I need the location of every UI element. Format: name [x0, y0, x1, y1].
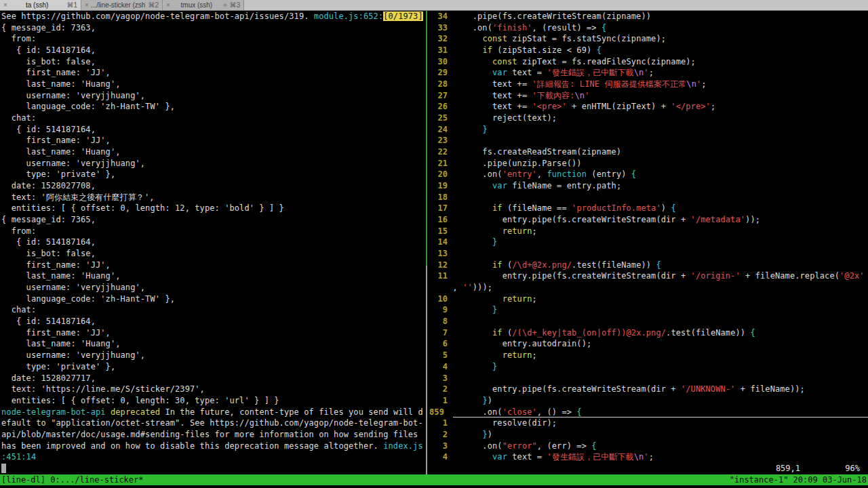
vim-editor-pane[interactable]: 859,1 96% 34 .pipe(fs.createWriteStream(… [428, 11, 868, 474]
text-segment [452, 294, 502, 304]
line-number: 3 [428, 373, 452, 384]
text-segment: last_name: 'Huang', [1, 339, 121, 348]
text-segment: is_bot: false, [1, 57, 96, 66]
line-number: 31 [428, 45, 452, 56]
terminal-line: username: 'veryjjhuang', [1, 350, 426, 361]
text-segment: .test(fileName)) [572, 260, 656, 270]
text-segment: deprecated [111, 407, 160, 417]
text-segment [452, 226, 502, 236]
text-segment: { id: 514187164, [1, 317, 96, 326]
text-segment: , [452, 283, 462, 292]
text-segment: first_name: 'JJ', [1, 260, 111, 270]
text-segment: entry.pipe(fs.createWriteStream(dir + [452, 215, 690, 224]
text-segment: ; [532, 226, 537, 236]
close-icon[interactable]: × [85, 0, 89, 11]
code-line: 13 [428, 248, 868, 260]
terminal-line: entities: [ { offset: 0, length: 30, typ… [1, 395, 426, 407]
text-segment: index.js [383, 441, 423, 451]
tmux-panes: See https://github.com/yagop/node-telegr… [0, 11, 868, 474]
line-number: 34 [428, 11, 452, 22]
text-segment: ) [488, 430, 492, 439]
text-segment: '/origin-' [691, 271, 741, 281]
code-line: 1 }) [428, 395, 868, 407]
text-segment: ; [701, 79, 706, 89]
text-segment: module.js:652: [314, 12, 383, 21]
code-line: 3 [428, 373, 868, 384]
tab-ta-ssh[interactable]: × ta (ssh) ⌘1 [0, 0, 81, 10]
terminal-line: text: 'https://line.me/S/sticker/2397', [1, 384, 426, 395]
tmux-window-list[interactable]: [line-dl] 0:.../line-sticker* [1, 474, 144, 485]
close-icon[interactable]: × [3, 0, 7, 11]
terminal-line: type: 'private' }, [1, 169, 426, 180]
code-line: 4 var text = '發生錯誤，已中斷下載\n'; [428, 451, 868, 463]
text-segment [452, 350, 502, 360]
line-number: 859 [428, 407, 453, 418]
text-segment: efault to "application/octet-stream". Se… [1, 418, 423, 428]
text-segment: from: [1, 226, 36, 236]
terminal-line: language_code: 'zh-Hant-TW' }, [1, 293, 426, 305]
terminal-cursor [1, 464, 6, 473]
text-segment: fs.createReadStream(zipname) [452, 147, 621, 157]
code-line: 26 text += '<pre>' + enHTML(zipText) + '… [428, 101, 868, 113]
text-segment: return [502, 294, 532, 304]
text-segment: first_name: 'JJ', [1, 136, 111, 145]
line-number: 1 [428, 395, 452, 407]
line-number: 13 [428, 248, 452, 260]
terminal-line: first_name: 'JJ', [1, 327, 426, 339]
line-number: 8 [428, 316, 452, 327]
line-number: 15 [428, 226, 452, 237]
text-segment: ; [532, 350, 537, 360]
cursor-position: 859,1 [776, 463, 800, 474]
tab-label: .../line-sticker (zsh) [91, 1, 146, 9]
line-number: 21 [428, 158, 452, 169]
line-number: 28 [428, 79, 452, 90]
text-segment: 'entry' [502, 169, 537, 179]
text-segment: text: 'https://line.me/S/sticker/2397', [1, 384, 205, 394]
text-segment: { [591, 441, 596, 451]
line-number: 24 [428, 124, 452, 136]
terminal-line: { id: 514187164, [1, 45, 426, 56]
text-segment [452, 328, 492, 338]
text-segment: text += [452, 91, 532, 100]
line-number: 18 [428, 192, 452, 203]
terminal-line: date: 1528027708, [1, 180, 426, 192]
text-segment: '下載內容: [532, 91, 575, 100]
text-segment: return [502, 226, 532, 236]
code-line: 17 if (fileName == 'productInfo.meta') { [428, 203, 868, 214]
text-segment: if [492, 203, 502, 213]
text-segment: See https://github.com/yagop/node-telegr… [1, 12, 314, 21]
close-icon[interactable]: × [166, 0, 170, 11]
code-line: 859 .on('close', () => { [428, 407, 868, 418]
code-line: 22 fs.createReadStream(zipname) [428, 146, 868, 158]
terminal-output-pane[interactable]: See https://github.com/yagop/node-telegr… [0, 11, 426, 474]
text-segment: { [597, 45, 601, 55]
text-segment [452, 68, 492, 77]
tab-tmux-ssh[interactable]: × tmux (ssh) ✳ ⌘3 [163, 0, 244, 10]
pane-divider[interactable] [426, 11, 427, 474]
code-line: 16 entry.pipe(fs.createWriteStream(dir +… [428, 214, 868, 226]
code-line: 24 } [428, 124, 868, 136]
text-segment: '' [462, 283, 473, 292]
text-segment: } [482, 430, 487, 439]
tmux-status-right: "instance-1" 20:09 03-Jun-18 [730, 474, 867, 485]
text-segment: { [750, 328, 755, 338]
line-number: 4 [428, 451, 452, 463]
terminal-line: last_name: 'Huang', [1, 79, 426, 90]
text-segment: return [502, 350, 532, 360]
code-line: 4 } [428, 361, 868, 373]
line-number: 16 [428, 214, 452, 226]
text-segment: entry.autodrain(); [452, 339, 591, 348]
copy-mode-indicator: [0/1973] [383, 12, 423, 21]
text-segment: :451:14 [1, 452, 36, 462]
text-segment: date: 1528027708, [1, 181, 96, 190]
code-line: 28 text += '詳細報告: LINE 伺服器提供檔案不正常\n'; [428, 79, 868, 90]
text-segment: + fileName.replace( [741, 271, 840, 281]
terminal-line: api/blob/master/doc/usage.md#sending-fil… [1, 429, 426, 441]
text-segment: ) [488, 396, 492, 405]
text-segment: /\d+@2x.png/ [512, 260, 572, 270]
text-segment: ' [585, 91, 589, 100]
tab-line-sticker-zsh[interactable]: × .../line-sticker (zsh) ⌘2 [81, 0, 163, 10]
code-line: 12 if (/\d+@2x.png/.test(fileName)) { [428, 260, 868, 271]
text-segment: (zipStat.size < 69) [492, 45, 597, 55]
line-number: 6 [428, 338, 452, 350]
